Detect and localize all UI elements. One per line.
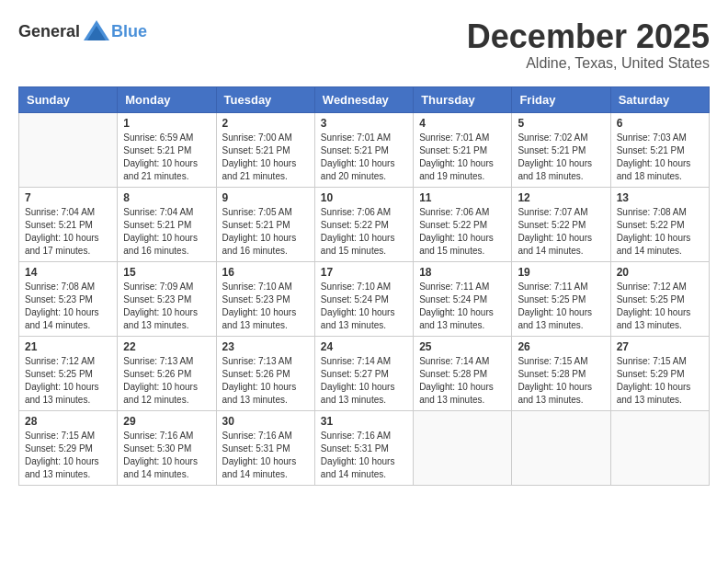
month-title: December 2025 <box>467 18 710 55</box>
calendar-cell: 5Sunrise: 7:02 AM Sunset: 5:21 PM Daylig… <box>512 112 610 187</box>
calendar-cell: 1Sunrise: 6:59 AM Sunset: 5:21 PM Daylig… <box>118 112 216 187</box>
calendar-cell: 18Sunrise: 7:11 AM Sunset: 5:24 PM Dayli… <box>414 261 512 336</box>
calendar-cell: 6Sunrise: 7:03 AM Sunset: 5:21 PM Daylig… <box>610 112 709 187</box>
calendar-cell: 29Sunrise: 7:16 AM Sunset: 5:30 PM Dayli… <box>118 410 216 485</box>
logo-text-general: General <box>18 22 80 41</box>
calendar-cell: 3Sunrise: 7:01 AM Sunset: 5:21 PM Daylig… <box>314 112 413 187</box>
day-number: 27 <box>617 340 703 353</box>
day-number: 30 <box>222 415 309 428</box>
day-number: 21 <box>25 340 111 353</box>
day-info: Sunrise: 7:08 AM Sunset: 5:22 PM Dayligh… <box>617 206 703 258</box>
calendar-cell: 4Sunrise: 7:01 AM Sunset: 5:21 PM Daylig… <box>414 112 512 187</box>
calendar-cell: 11Sunrise: 7:06 AM Sunset: 5:22 PM Dayli… <box>414 187 512 261</box>
calendar-cell: 8Sunrise: 7:04 AM Sunset: 5:21 PM Daylig… <box>118 187 216 261</box>
day-number: 14 <box>25 266 111 279</box>
day-info: Sunrise: 7:05 AM Sunset: 5:21 PM Dayligh… <box>222 206 309 258</box>
day-number: 26 <box>518 340 604 353</box>
day-of-week-header: Monday <box>118 86 216 112</box>
day-info: Sunrise: 7:02 AM Sunset: 5:21 PM Dayligh… <box>518 132 604 183</box>
day-info: Sunrise: 7:14 AM Sunset: 5:27 PM Dayligh… <box>321 355 407 407</box>
day-number: 23 <box>222 340 309 353</box>
day-info: Sunrise: 7:07 AM Sunset: 5:22 PM Dayligh… <box>518 206 604 258</box>
calendar-cell: 17Sunrise: 7:10 AM Sunset: 5:24 PM Dayli… <box>314 261 413 336</box>
day-info: Sunrise: 7:15 AM Sunset: 5:29 PM Dayligh… <box>25 430 111 481</box>
day-number: 29 <box>123 415 210 428</box>
day-number: 31 <box>321 415 407 428</box>
calendar-cell <box>19 112 118 187</box>
day-info: Sunrise: 7:09 AM Sunset: 5:23 PM Dayligh… <box>123 281 210 332</box>
day-number: 15 <box>123 266 210 279</box>
day-info: Sunrise: 7:14 AM Sunset: 5:28 PM Dayligh… <box>419 355 506 407</box>
day-info: Sunrise: 7:12 AM Sunset: 5:25 PM Dayligh… <box>25 355 111 407</box>
day-of-week-header: Thursday <box>414 86 512 112</box>
day-number: 8 <box>123 191 210 204</box>
day-info: Sunrise: 7:11 AM Sunset: 5:24 PM Dayligh… <box>419 281 506 332</box>
calendar-cell: 20Sunrise: 7:12 AM Sunset: 5:25 PM Dayli… <box>610 261 709 336</box>
title-block: December 2025 Aldine, Texas, United Stat… <box>467 18 710 72</box>
day-info: Sunrise: 7:00 AM Sunset: 5:21 PM Dayligh… <box>222 132 309 183</box>
logo-text-blue: Blue <box>111 22 147 41</box>
day-info: Sunrise: 7:04 AM Sunset: 5:21 PM Dayligh… <box>123 206 210 258</box>
day-number: 11 <box>419 191 506 204</box>
calendar-cell: 10Sunrise: 7:06 AM Sunset: 5:22 PM Dayli… <box>314 187 413 261</box>
day-number: 1 <box>123 117 210 130</box>
day-info: Sunrise: 7:10 AM Sunset: 5:23 PM Dayligh… <box>222 281 309 332</box>
day-info: Sunrise: 7:11 AM Sunset: 5:25 PM Dayligh… <box>518 281 604 332</box>
day-info: Sunrise: 7:10 AM Sunset: 5:24 PM Dayligh… <box>321 281 407 332</box>
calendar-cell <box>414 410 512 485</box>
calendar-cell: 22Sunrise: 7:13 AM Sunset: 5:26 PM Dayli… <box>118 336 216 410</box>
calendar-table: SundayMondayTuesdayWednesdayThursdayFrid… <box>18 86 710 486</box>
calendar-cell: 25Sunrise: 7:14 AM Sunset: 5:28 PM Dayli… <box>414 336 512 410</box>
calendar-cell: 30Sunrise: 7:16 AM Sunset: 5:31 PM Dayli… <box>216 410 314 485</box>
calendar-cell: 12Sunrise: 7:07 AM Sunset: 5:22 PM Dayli… <box>512 187 610 261</box>
day-number: 5 <box>518 117 604 130</box>
calendar-cell: 31Sunrise: 7:16 AM Sunset: 5:31 PM Dayli… <box>314 410 413 485</box>
day-number: 20 <box>617 266 703 279</box>
day-of-week-header: Friday <box>512 86 610 112</box>
day-number: 4 <box>419 117 506 130</box>
day-number: 6 <box>617 117 703 130</box>
day-info: Sunrise: 7:06 AM Sunset: 5:22 PM Dayligh… <box>419 206 506 258</box>
day-number: 25 <box>419 340 506 353</box>
calendar-cell: 13Sunrise: 7:08 AM Sunset: 5:22 PM Dayli… <box>610 187 709 261</box>
day-number: 13 <box>617 191 703 204</box>
calendar-week-row: 14Sunrise: 7:08 AM Sunset: 5:23 PM Dayli… <box>19 261 710 336</box>
page-header: General Blue December 2025 Aldine, Texas… <box>18 18 710 72</box>
day-number: 7 <box>25 191 111 204</box>
day-number: 10 <box>321 191 407 204</box>
day-info: Sunrise: 7:06 AM Sunset: 5:22 PM Dayligh… <box>321 206 407 258</box>
day-info: Sunrise: 7:16 AM Sunset: 5:31 PM Dayligh… <box>321 430 407 481</box>
day-number: 2 <box>222 117 309 130</box>
day-info: Sunrise: 7:12 AM Sunset: 5:25 PM Dayligh… <box>617 281 703 332</box>
day-info: Sunrise: 7:04 AM Sunset: 5:21 PM Dayligh… <box>25 206 111 258</box>
day-info: Sunrise: 7:16 AM Sunset: 5:31 PM Dayligh… <box>222 430 309 481</box>
day-info: Sunrise: 7:13 AM Sunset: 5:26 PM Dayligh… <box>123 355 210 407</box>
calendar-week-row: 1Sunrise: 6:59 AM Sunset: 5:21 PM Daylig… <box>19 112 710 187</box>
calendar-cell: 7Sunrise: 7:04 AM Sunset: 5:21 PM Daylig… <box>19 187 118 261</box>
calendar-cell: 9Sunrise: 7:05 AM Sunset: 5:21 PM Daylig… <box>216 187 314 261</box>
day-number: 9 <box>222 191 309 204</box>
calendar-cell: 16Sunrise: 7:10 AM Sunset: 5:23 PM Dayli… <box>216 261 314 336</box>
calendar-cell: 28Sunrise: 7:15 AM Sunset: 5:29 PM Dayli… <box>19 410 118 485</box>
calendar-cell: 27Sunrise: 7:15 AM Sunset: 5:29 PM Dayli… <box>610 336 709 410</box>
day-of-week-header: Sunday <box>19 86 118 112</box>
day-number: 24 <box>321 340 407 353</box>
calendar-cell: 24Sunrise: 7:14 AM Sunset: 5:27 PM Dayli… <box>314 336 413 410</box>
logo: General Blue <box>18 18 147 44</box>
day-info: Sunrise: 7:03 AM Sunset: 5:21 PM Dayligh… <box>617 132 703 183</box>
logo-icon <box>82 18 111 44</box>
day-number: 18 <box>419 266 506 279</box>
location-title: Aldine, Texas, United States <box>467 55 710 72</box>
calendar-cell: 14Sunrise: 7:08 AM Sunset: 5:23 PM Dayli… <box>19 261 118 336</box>
day-of-week-header: Tuesday <box>216 86 314 112</box>
day-info: Sunrise: 7:01 AM Sunset: 5:21 PM Dayligh… <box>419 132 506 183</box>
day-number: 22 <box>123 340 210 353</box>
day-info: Sunrise: 7:15 AM Sunset: 5:29 PM Dayligh… <box>617 355 703 407</box>
day-number: 3 <box>321 117 407 130</box>
day-info: Sunrise: 7:08 AM Sunset: 5:23 PM Dayligh… <box>25 281 111 332</box>
day-number: 17 <box>321 266 407 279</box>
day-number: 19 <box>518 266 604 279</box>
day-number: 28 <box>25 415 111 428</box>
day-info: Sunrise: 7:13 AM Sunset: 5:26 PM Dayligh… <box>222 355 309 407</box>
calendar-week-row: 7Sunrise: 7:04 AM Sunset: 5:21 PM Daylig… <box>19 187 710 261</box>
